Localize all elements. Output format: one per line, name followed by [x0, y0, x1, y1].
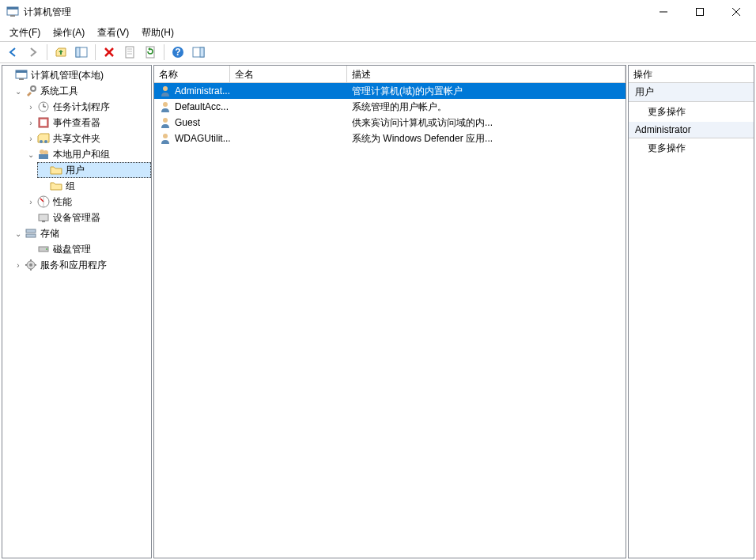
maximize-button[interactable]: [682, 0, 718, 24]
expand-icon[interactable]: ›: [12, 261, 25, 270]
svg-rect-33: [39, 154, 48, 159]
svg-point-44: [29, 263, 32, 267]
device-icon: [37, 211, 50, 224]
delete-button[interactable]: [100, 43, 119, 62]
toolbar-separator: [47, 44, 47, 60]
window-title: 计算机管理: [24, 6, 645, 19]
svg-point-29: [40, 140, 43, 143]
collapse-icon[interactable]: ⌄: [25, 150, 37, 159]
list-header: 名称 全名 描述: [154, 66, 626, 83]
expand-icon[interactable]: ›: [25, 119, 37, 127]
help-button[interactable]: ?: [168, 43, 187, 62]
toolbar: ?: [0, 41, 756, 63]
list-row[interactable]: Guest供来宾访问计算机或访问域的内...: [154, 115, 626, 131]
cell-description: 管理计算机(域)的内置帐户: [347, 85, 626, 98]
cell-description: 系统管理的用户帐户。: [347, 100, 626, 114]
action-more-users[interactable]: 更多操作: [629, 102, 754, 122]
cell-name: Guest: [175, 117, 200, 128]
users-icon: [37, 148, 50, 161]
svg-rect-40: [26, 234, 36, 237]
show-hide-tree-button[interactable]: [72, 43, 91, 62]
svg-rect-39: [26, 229, 36, 233]
tree-label: 设备管理器: [53, 211, 100, 225]
content-area: 计算机管理(本地) ⌄ 系统工具 ›任务计划程序 ›事件查看器: [0, 63, 756, 560]
tree-task-scheduler[interactable]: ›任务计划程序: [25, 99, 151, 115]
svg-point-42: [46, 248, 47, 250]
user-icon: [159, 116, 172, 129]
up-level-button[interactable]: [51, 43, 70, 62]
svg-rect-2: [10, 15, 15, 17]
user-icon: [159, 100, 172, 113]
list-row[interactable]: Administrat...管理计算机(域)的内置帐户: [154, 83, 626, 99]
tools-icon: [25, 85, 37, 97]
column-name[interactable]: 名称: [154, 66, 230, 82]
user-icon: [159, 85, 172, 97]
column-description[interactable]: 描述: [347, 66, 626, 82]
tree-groups[interactable]: 组: [37, 178, 151, 194]
tree-label: 共享文件夹: [53, 132, 100, 146]
refresh-button[interactable]: [141, 43, 160, 62]
expand-icon[interactable]: ›: [25, 103, 37, 112]
tree-system-tools[interactable]: ⌄ 系统工具: [12, 83, 151, 99]
list-row[interactable]: WDAGUtilit...系统为 Windows Defender 应用...: [154, 131, 626, 146]
list-row[interactable]: DefaultAcc...系统管理的用户帐户。: [154, 99, 626, 115]
cell-name: WDAGUtilit...: [175, 133, 230, 144]
tree-local-users-groups[interactable]: ⌄本地用户和组: [25, 146, 151, 162]
cell-description: 系统为 Windows Defender 应用...: [347, 132, 626, 146]
tree-shared-folders[interactable]: ›共享文件夹: [25, 131, 151, 146]
clock-icon: [37, 100, 50, 113]
collapse-icon[interactable]: ⌄: [12, 229, 25, 238]
tree-storage[interactable]: ⌄存储: [12, 225, 151, 241]
collapse-icon[interactable]: ⌄: [12, 87, 25, 96]
cell-description: 供来宾访问计算机或访问域的内...: [347, 116, 626, 130]
tree-event-viewer[interactable]: ›事件查看器: [25, 115, 151, 131]
expand-icon[interactable]: ›: [25, 134, 37, 143]
svg-point-30: [44, 140, 47, 143]
svg-rect-1: [7, 7, 18, 9]
performance-icon: [37, 195, 50, 208]
close-button[interactable]: [718, 0, 754, 24]
actions-panel: 操作 用户 更多操作 Administrator 更多操作: [628, 65, 754, 558]
tree-label: 磁盘管理: [53, 243, 91, 256]
tree-label: 服务和应用程序: [40, 259, 107, 272]
svg-rect-38: [42, 221, 45, 222]
tree-label: 任务计划程序: [53, 100, 110, 114]
action-section-administrator: Administrator: [629, 122, 754, 138]
minimize-button[interactable]: [645, 0, 682, 24]
svg-rect-19: [200, 47, 204, 57]
tree-root[interactable]: 计算机管理(本地): [2, 67, 151, 83]
menu-help[interactable]: 帮助(H): [135, 24, 180, 42]
action-more-administrator[interactable]: 更多操作: [629, 138, 754, 158]
menu-file[interactable]: 文件(F): [3, 24, 47, 42]
menu-action[interactable]: 操作(A): [47, 24, 91, 42]
tree-disk-management[interactable]: 磁盘管理: [25, 241, 151, 257]
services-icon: [25, 259, 37, 271]
back-button[interactable]: [3, 43, 22, 62]
svg-text:?: ?: [175, 47, 180, 58]
tree-device-manager[interactable]: 设备管理器: [25, 210, 151, 225]
menu-view[interactable]: 查看(V): [91, 24, 135, 42]
expand-icon[interactable]: ›: [25, 198, 37, 206]
svg-rect-21: [16, 70, 27, 73]
action-pane-button[interactable]: [189, 43, 208, 62]
svg-rect-4: [697, 9, 704, 16]
tree-label: 组: [66, 180, 75, 193]
tree-panel: 计算机管理(本地) ⌄ 系统工具 ›任务计划程序 ›事件查看器: [2, 65, 152, 558]
menubar: 文件(F) 操作(A) 查看(V) 帮助(H): [0, 24, 756, 41]
tree-performance[interactable]: ›性能: [25, 194, 151, 210]
cell-name: Administrat...: [175, 85, 230, 96]
properties-button[interactable]: [120, 43, 139, 62]
cell-name: DefaultAcc...: [175, 101, 229, 112]
tree-users[interactable]: 用户: [37, 162, 151, 178]
tree-services-apps[interactable]: ›服务和应用程序: [12, 257, 151, 273]
list-body[interactable]: Administrat...管理计算机(域)的内置帐户DefaultAcc...…: [154, 83, 626, 558]
forward-button[interactable]: [24, 43, 43, 62]
tree-label: 性能: [53, 195, 72, 209]
svg-point-45: [163, 86, 168, 91]
svg-point-46: [163, 102, 168, 107]
column-fullname[interactable]: 全名: [230, 66, 347, 82]
folder-icon: [50, 164, 62, 176]
computer-icon: [15, 69, 28, 81]
event-icon: [37, 116, 50, 129]
list-panel: 名称 全名 描述 Administrat...管理计算机(域)的内置帐户Defa…: [153, 65, 626, 558]
